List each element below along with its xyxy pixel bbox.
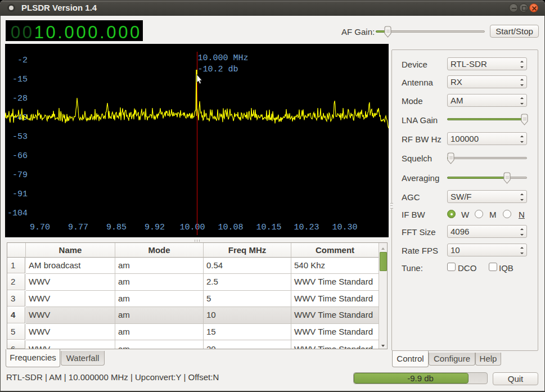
svg-text:-2: -2 — [17, 56, 28, 65]
svg-text:9.92: 9.92 — [145, 223, 165, 232]
svg-text:10.00: 10.00 — [179, 223, 205, 232]
svg-text:10.08: 10.08 — [218, 223, 243, 232]
svg-text:-66: -66 — [12, 151, 28, 161]
svg-text:-28: -28 — [12, 94, 28, 103]
svg-text:10.23: 10.23 — [294, 223, 319, 232]
svg-text:-91: -91 — [12, 190, 28, 199]
svg-text:-15: -15 — [12, 75, 28, 84]
svg-text:10.15: 10.15 — [256, 223, 281, 232]
svg-text:10.000 MHz: 10.000 MHz — [198, 53, 249, 63]
svg-text:9.85: 9.85 — [106, 223, 127, 232]
svg-text:9.77: 9.77 — [68, 223, 88, 232]
svg-text:-79: -79 — [12, 170, 28, 180]
svg-text:-53: -53 — [12, 132, 28, 142]
svg-text:-10.2 db: -10.2 db — [198, 65, 238, 74]
svg-text:-104: -104 — [7, 209, 28, 218]
svg-text:9.70: 9.70 — [30, 223, 50, 232]
svg-text:10.30: 10.30 — [332, 223, 357, 232]
